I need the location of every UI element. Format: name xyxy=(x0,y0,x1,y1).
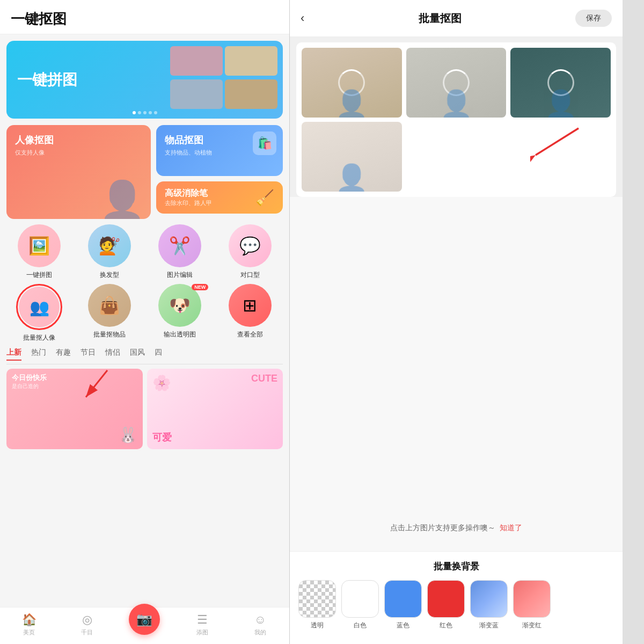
tab-3[interactable]: 节日 xyxy=(80,348,96,361)
person-1: 👤 xyxy=(335,91,368,118)
feature-cards-row: 人像抠图 仅支持人像 👤 物品抠图 支持物品、动植物 🛍️ 高级消除笔 去除水印… xyxy=(6,125,283,219)
image-empty-cell xyxy=(406,122,507,192)
bg-option-blue[interactable]: 蓝色 xyxy=(384,580,422,630)
bg-swatch-red xyxy=(427,580,465,618)
circle-item-7[interactable]: ⊞ 查看全部 xyxy=(217,284,283,342)
back-button[interactable]: ‹ xyxy=(301,11,304,25)
image-thumb-1[interactable]: 👤 xyxy=(302,48,402,118)
circle-item-4[interactable]: 👥 批量抠人像 xyxy=(6,284,72,342)
image-thumb-4[interactable]: 👤 xyxy=(302,122,402,192)
image-thumb-3[interactable]: 👤 xyxy=(510,48,611,118)
portrait-card[interactable]: 人像抠图 仅支持人像 👤 xyxy=(6,125,151,219)
eraser-card[interactable]: 高级消除笔 去除水印、路人甲 🧹 xyxy=(156,181,283,214)
left-header: 一键抠图 xyxy=(0,0,289,34)
banner-text: 一键拼图 xyxy=(17,70,77,90)
circle-highlight-ring: 👥 xyxy=(16,284,62,330)
tab-0[interactable]: 上新 xyxy=(6,348,21,361)
eraser-icon: 🧹 xyxy=(255,189,274,207)
right-header: ‹ 批量抠图 保存 xyxy=(290,0,623,37)
bg-option-grad-red[interactable]: 渐变红 xyxy=(513,580,551,630)
bg-option-transparent[interactable]: 透明 xyxy=(298,580,336,630)
bg-label-grad-blue: 渐变蓝 xyxy=(479,621,499,630)
content-card-1-icon: 🐰 xyxy=(119,426,137,444)
circle-img-4: 👥 xyxy=(19,287,60,327)
save-button[interactable]: 保存 xyxy=(575,10,612,27)
bg-change-section: 批量换背景 透明 白色 蓝色 红色 渐变蓝 xyxy=(290,551,623,644)
bg-label-white: 白色 xyxy=(354,621,367,630)
circle-item-0[interactable]: 🖼️ 一键拼图 xyxy=(6,224,72,280)
banner-thumb-4 xyxy=(225,79,277,109)
image-thumb-2[interactable]: 👤 xyxy=(406,48,507,118)
circle-img-0: 🖼️ xyxy=(18,224,61,267)
info-message: 点击上方图片支持更多操作噢～ xyxy=(390,523,495,533)
bg-option-grad-blue[interactable]: 渐变蓝 xyxy=(470,580,508,630)
circle-label-2: 图片编辑 xyxy=(167,270,193,280)
circle-img-1: 💇 xyxy=(88,224,131,267)
circle-item-1[interactable]: 💇 换发型 xyxy=(77,224,143,280)
all-icon: ⊞ xyxy=(243,295,257,316)
bg-label-grad-red: 渐变红 xyxy=(522,621,541,630)
nav-home[interactable]: 🏠 美页 xyxy=(13,613,45,636)
content-card-2[interactable]: CUTE 可爱 🌸 xyxy=(147,369,283,449)
bg-options: 透明 白色 蓝色 红色 渐变蓝 渐变红 xyxy=(298,580,614,633)
circle-label-4: 批量抠人像 xyxy=(23,333,55,342)
person-3: 👤 xyxy=(544,91,577,118)
banner-thumb-1 xyxy=(170,46,223,76)
circle-item-3[interactable]: 💬 对口型 xyxy=(217,224,283,280)
person-4: 👤 xyxy=(335,165,368,192)
tab-4[interactable]: 情侣 xyxy=(105,348,120,361)
eraser-subtitle: 去除水印、路人甲 xyxy=(165,199,212,207)
circle-img-6: 🐶 xyxy=(158,284,201,327)
nav-template[interactable]: ◎ 千目 xyxy=(71,613,103,636)
nav-profile[interactable]: ☺ 我的 xyxy=(244,613,276,636)
object-card[interactable]: 物品抠图 支持物品、动植物 🛍️ xyxy=(156,125,283,176)
banner[interactable]: 一键拼图 xyxy=(6,41,283,119)
banner-images xyxy=(170,46,277,111)
template-icon: ◎ xyxy=(82,613,92,627)
circle-label-5: 批量抠物品 xyxy=(93,330,126,339)
mouth-icon: 💬 xyxy=(239,236,261,256)
bg-change-title: 批量换背景 xyxy=(298,560,614,573)
nav-feed[interactable]: ☰ 添图 xyxy=(186,613,218,636)
left-panel: 一键抠图 一键拼图 人像抠图 仅支持人像 👤 物品抠图 xyxy=(0,0,290,644)
eraser-title: 高级消除笔 xyxy=(165,188,212,199)
nav-feed-label: 添图 xyxy=(196,628,208,636)
circle-item-6[interactable]: 🐶 NEW 输出透明图 xyxy=(147,284,213,342)
tab-5[interactable]: 国风 xyxy=(130,348,145,361)
circle-img-3: 💬 xyxy=(229,224,272,267)
circle-img-2: ✂️ xyxy=(158,224,201,267)
batch-object-icon: 👜 xyxy=(99,295,120,316)
banner-dot-2 xyxy=(138,111,141,114)
cute-text: CUTE xyxy=(251,373,277,384)
left-title: 一键抠图 xyxy=(11,11,67,27)
circle-label-7: 查看全部 xyxy=(237,330,263,339)
content-card-1[interactable]: 今日份快乐 是自己造的 🐰 xyxy=(6,369,143,449)
eraser-texts: 高级消除笔 去除水印、路人甲 xyxy=(165,188,212,207)
edit-icon: ✂️ xyxy=(169,236,191,256)
tab-2[interactable]: 有趣 xyxy=(56,348,71,361)
nav-profile-label: 我的 xyxy=(254,628,266,636)
circle-item-5[interactable]: 👜 批量抠物品 xyxy=(77,284,143,342)
bg-option-red[interactable]: 红色 xyxy=(427,580,465,630)
tab-6[interactable]: 四 xyxy=(155,348,162,361)
tab-1[interactable]: 热门 xyxy=(31,348,46,361)
circle-item-2[interactable]: ✂️ 图片编辑 xyxy=(147,224,213,280)
camera-button[interactable]: 📷 xyxy=(129,604,160,635)
bg-swatch-blue xyxy=(384,580,422,618)
transparent-icon: 🐶 xyxy=(169,295,191,316)
feature-right-col: 物品抠图 支持物品、动植物 🛍️ 高级消除笔 去除水印、路人甲 🧹 xyxy=(156,125,283,219)
circle-label-3: 对口型 xyxy=(240,270,260,280)
bg-swatch-grad-blue xyxy=(470,580,508,618)
info-section: 点击上方图片支持更多操作噢～ 知道了 xyxy=(290,197,623,551)
banner-dot-3 xyxy=(143,111,147,114)
image-empty-cell-2 xyxy=(510,122,611,192)
tabs-row: 上新 热门 有趣 节日 情侣 国风 四 xyxy=(6,348,283,364)
image-grid: 👤 👤 👤 👤 xyxy=(302,48,611,192)
new-badge: NEW xyxy=(192,284,208,290)
circle-img-5: 👜 xyxy=(88,284,131,327)
info-text-row: 点击上方图片支持更多操作噢～ 知道了 xyxy=(390,523,522,533)
bg-label-red: 红色 xyxy=(440,621,452,630)
nav-template-label: 千目 xyxy=(81,628,93,636)
bg-option-white[interactable]: 白色 xyxy=(341,580,379,630)
info-link[interactable]: 知道了 xyxy=(500,523,522,533)
